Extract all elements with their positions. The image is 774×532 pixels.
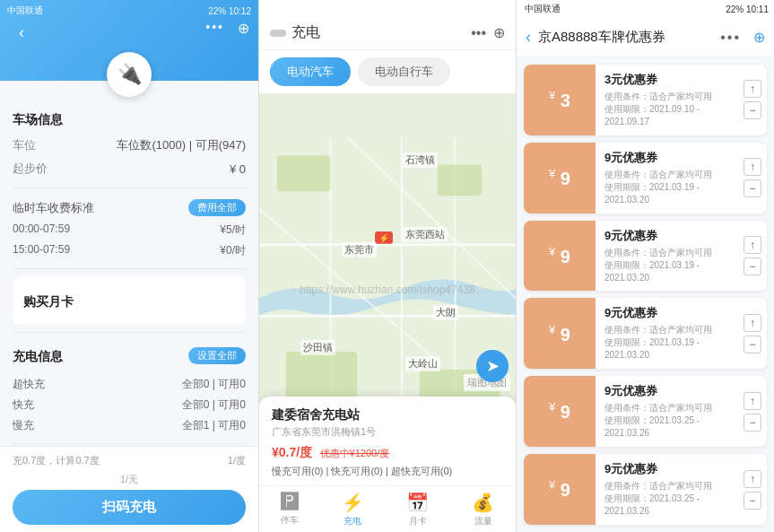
charging-price: ¥0.7/度 (272, 445, 312, 459)
charge-info-tag[interactable]: 设置全部 (188, 347, 246, 364)
price-row-2: 15:00-07:59 ¥0/时 (13, 240, 246, 261)
p1-signal: 中国联通 (7, 4, 43, 17)
parking-info-title: 车场信息 (13, 112, 246, 128)
nav-traffic[interactable]: 💰 流量 (472, 492, 494, 528)
coupon-name-1: 9元优惠券 (604, 150, 729, 166)
scan-button[interactable]: 扫码充电 (13, 490, 246, 525)
p1-battery-time: 22% 10:12 (208, 6, 251, 16)
time-slot-2: 15:00-07:59 (13, 243, 70, 258)
footer-info: 充0.7度，计算0.7度 1/度 (13, 454, 246, 467)
coupon-name-0: 3元优惠券 (604, 72, 729, 88)
start-price-row: 起步价 ¥ 0 (13, 157, 246, 180)
start-price-value: ¥ 0 (230, 162, 246, 176)
title-decoration (270, 30, 286, 37)
charging-nav-icon: ⚡ (342, 492, 364, 513)
coupon-right-2: 9元优惠券 使用条件：适合产家均可用 使用期限：2021.03.19 - 202… (596, 221, 738, 292)
coupon-share-btn-5[interactable]: ↑ (744, 470, 761, 488)
more-button-p2[interactable]: ••• (471, 25, 486, 41)
status-bar-p2: 中国联通 22% 10:11 (517, 0, 774, 18)
svg-rect-8 (277, 156, 331, 192)
coupon-delete-btn-0[interactable]: − (744, 101, 761, 119)
back-button[interactable]: ‹ (9, 20, 34, 45)
coupon-desc-3: 使用条件：适合产家均可用 使用期限：2021.03.19 - 2021.03.2… (604, 324, 729, 362)
coupon-amount-1: ¥ 9 (549, 167, 570, 189)
charging-original-price: 优惠中¥1200/度 (320, 448, 390, 458)
currency-2: ¥ (549, 245, 555, 258)
svg-rect-9 (438, 164, 483, 196)
currency-1: ¥ (549, 167, 555, 180)
more-button-p1[interactable]: ••• (205, 20, 224, 34)
coupon-actions-4: ↑ − (738, 376, 767, 447)
monthcard-label: 月卡 (409, 515, 427, 528)
coupon-name-2: 9元优惠券 (604, 228, 729, 244)
coupon-desc-4: 使用条件：适合产家均可用 使用期限：2021.03.25 - 2021.03.2… (604, 402, 729, 440)
slow-label: 慢充 (13, 418, 34, 433)
tab-electric-bike[interactable]: 电动自行车 (358, 57, 450, 86)
coupon-actions-0: ↑ − (738, 65, 767, 135)
charging-station-name: 建委宿舍充电站 (272, 407, 503, 423)
coupon-item: ¥ 3 3元优惠券 使用条件：适合产家均可用 使用期限：2021.09.10 -… (524, 65, 767, 135)
nav-monthcard[interactable]: 📅 月卡 (406, 492, 429, 528)
coupon-amount-3: ¥ 9 (549, 323, 570, 345)
p2-signal: 中国联通 (525, 3, 561, 15)
panel2-title: 充电 (270, 23, 471, 42)
coupon-desc-2: 使用条件：适合产家均可用 使用期限：2021.03.19 - 2021.03.2… (604, 247, 729, 284)
coupon-delete-btn-5[interactable]: − (744, 492, 761, 510)
panel2-actions: ••• ⊕ (471, 24, 505, 41)
location-button-p2[interactable]: ⊕ (493, 24, 505, 41)
location-button-p1[interactable]: ⊕ (238, 20, 249, 37)
spots-value: 车位数(1000) | 可用(947) (117, 137, 246, 153)
coupon-item: ¥ 9 9元优惠券 使用条件：适合产家均可用 使用期限：2021.03.19 -… (524, 298, 767, 369)
panel3: 中国联通 23% 10:05 ‹ 京A88888车牌优惠券 ••• ⊕ ¥ 3 … (517, 0, 774, 532)
coupon-amount-2: ¥ 9 (549, 245, 570, 267)
tab-electric-car[interactable]: 电动汽车 (270, 57, 351, 86)
currency-3: ¥ (549, 323, 555, 336)
price-2: ¥0/时 (220, 243, 246, 258)
coupon-share-btn-0[interactable]: ↑ (744, 80, 761, 98)
temp-pricing-tag[interactable]: 费用全部 (188, 199, 246, 216)
bottom-nav: 🅿 停车 ⚡ 充电 📅 月卡 💰 流量 (259, 485, 516, 532)
coupon-desc-0: 使用条件：适合产家均可用 使用期限：2021.09.10 - 2021.09.1… (604, 91, 729, 128)
coupon-delete-btn-4[interactable]: − (744, 414, 761, 432)
coupon-amount-5: ¥ 9 (549, 478, 570, 501)
coupon-share-btn-2[interactable]: ↑ (744, 236, 761, 254)
back-button-p3[interactable]: ‹ (526, 28, 531, 47)
nav-parking[interactable]: 🅿 停车 (281, 492, 299, 527)
coupon-right-4: 9元优惠券 使用条件：适合产家均可用 使用期限：2021.03.25 - 202… (596, 376, 738, 447)
coupon-amount-bg-5: ¥ 9 (524, 454, 596, 525)
charging-price-row: ¥0.7/度 优惠中¥1200/度 (272, 444, 503, 461)
monthcard-icon: 📅 (406, 492, 429, 513)
currency-4: ¥ (549, 400, 555, 414)
panel2-header: 充电 ••• ⊕ (259, 0, 516, 50)
coupon-delete-btn-3[interactable]: − (744, 336, 761, 353)
currency-5: ¥ (549, 478, 555, 492)
panel3-header: ‹ 京A88888车牌优惠券 ••• ⊕ (517, 18, 774, 57)
page-indicator: 1/无 (13, 473, 246, 486)
month-card-section: 购买月卡 (13, 276, 246, 325)
coupon-amount-bg-3: ¥ 9 (524, 298, 596, 369)
coupon-share-btn-3[interactable]: ↑ (744, 314, 761, 332)
super-fast-label: 超快充 (13, 377, 45, 392)
status-bar-p1: 中国联通 22% 10:12 (0, 2, 258, 20)
coupon-share-btn-4[interactable]: ↑ (744, 392, 761, 410)
coupon-delete-btn-2[interactable]: − (744, 257, 761, 275)
coupon-desc-5: 使用条件：适合产家均可用 使用期限：2021.03.25 - 2021.03.2… (604, 480, 729, 518)
nav-charging[interactable]: ⚡ 充电 (342, 492, 364, 528)
coupon-item: ¥ 9 9元优惠券 使用条件：适合产家均可用 使用期限：2021.03.19 -… (524, 143, 767, 214)
coupon-delete-btn-1[interactable]: − (744, 179, 761, 197)
footer-left: 充0.7度，计算0.7度 (13, 454, 100, 467)
map-label-dalang: 大朗 (433, 305, 458, 320)
slow-row: 慢充 全部1 | 可用0 (13, 415, 246, 436)
coupon-actions-1: ↑ − (738, 143, 767, 214)
coupon-right-0: 3元优惠券 使用条件：适合产家均可用 使用期限：2021.09.10 - 202… (596, 65, 738, 135)
price-row-1: 00:00-07:59 ¥5/时 (13, 220, 246, 240)
coupon-actions-2: ↑ − (738, 221, 767, 292)
coupon-name-5: 9元优惠券 (604, 461, 729, 477)
navigate-button[interactable]: ➤ (476, 350, 509, 382)
more-button-p3[interactable]: ••• (720, 30, 741, 46)
coupon-share-btn-1[interactable]: ↑ (744, 158, 761, 176)
target-button-p3[interactable]: ⊕ (753, 29, 765, 46)
map-container[interactable]: ⚡ https://www.huzhan.com/ishop47438 石湾镇 … (259, 93, 516, 485)
panel3-title: 京A88888车牌优惠券 (538, 29, 713, 46)
fast-value: 全部0 | 可用0 (182, 397, 246, 413)
